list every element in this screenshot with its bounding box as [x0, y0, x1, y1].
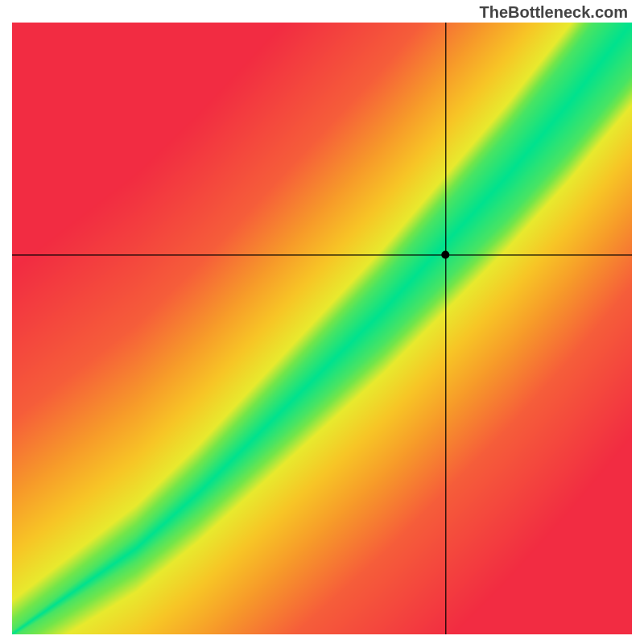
watermark-text: TheBottleneck.com	[480, 3, 628, 22]
bottleneck-heatmap	[12, 23, 632, 634]
heatmap-canvas	[12, 23, 632, 634]
